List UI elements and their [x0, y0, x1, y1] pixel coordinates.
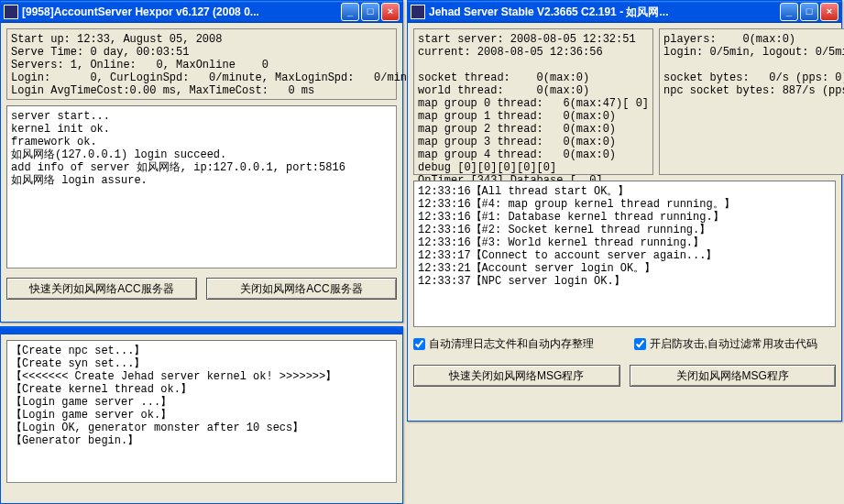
game-log-textarea[interactable]: 【Create npc set...】 【Create syn set...】 …: [6, 340, 397, 483]
auto-cleanup-checkbox-label[interactable]: 自动清理日志文件和自动内存整理: [413, 336, 616, 352]
close-button[interactable]: ×: [820, 3, 839, 21]
window-title: [9958]AccountServer Hexpor v6.127 (2008 …: [22, 5, 341, 18]
window-title: Jehad Server Stable V2.3665 C2.191 - 如风网…: [429, 5, 780, 20]
minimize-button[interactable]: _: [780, 3, 798, 21]
anti-attack-label: 开启防攻击,自动过滤常用攻击代码: [650, 336, 817, 352]
auto-cleanup-label: 自动清理日志文件和自动内存整理: [429, 336, 594, 352]
close-acc-button[interactable]: 关闭如风网络ACC服务器: [206, 278, 397, 300]
titlebar[interactable]: [9958]AccountServer Hexpor v6.127 (2008 …: [1, 1, 402, 23]
close-button[interactable]: ×: [381, 3, 400, 21]
anti-attack-checkbox[interactable]: [634, 338, 646, 350]
quick-close-acc-button[interactable]: 快速关闭如风网络ACC服务器: [6, 278, 197, 300]
app-icon: [411, 5, 425, 19]
anti-attack-checkbox-label[interactable]: 开启防攻击,自动过滤常用攻击代码: [634, 336, 837, 352]
account-server-window: [9958]AccountServer Hexpor v6.127 (2008 …: [0, 0, 403, 323]
close-msg-button[interactable]: 关闭如风网络MSG程序: [630, 365, 837, 387]
titlebar[interactable]: Jehad Server Stable V2.3665 C2.191 - 如风网…: [408, 1, 841, 23]
stats-panel: Start up: 12:33, August 05, 2008 Serve T…: [6, 28, 397, 100]
auto-cleanup-checkbox[interactable]: [413, 338, 425, 350]
server-stats-left: start server: 2008-08-05 12:32:51 curren…: [413, 28, 653, 175]
jehad-server-window: Jehad Server Stable V2.3665 C2.191 - 如风网…: [407, 0, 842, 422]
log-textarea[interactable]: server start... kernel init ok. framewor…: [6, 105, 397, 268]
minimize-button[interactable]: _: [341, 3, 359, 21]
app-icon: [4, 5, 18, 19]
game-server-window-partial: 【Create npc set...】 【Create syn set...】 …: [0, 326, 403, 504]
server-stats-right: players: 0(max:0) login: 0/5min, logout:…: [659, 28, 844, 175]
maximize-button[interactable]: □: [361, 3, 379, 21]
maximize-button[interactable]: □: [800, 3, 818, 21]
quick-close-msg-button[interactable]: 快速关闭如风网络MSG程序: [413, 365, 620, 387]
server-log-textarea[interactable]: 12:33:16【All thread start OK。】 12:33:16【…: [413, 181, 836, 327]
